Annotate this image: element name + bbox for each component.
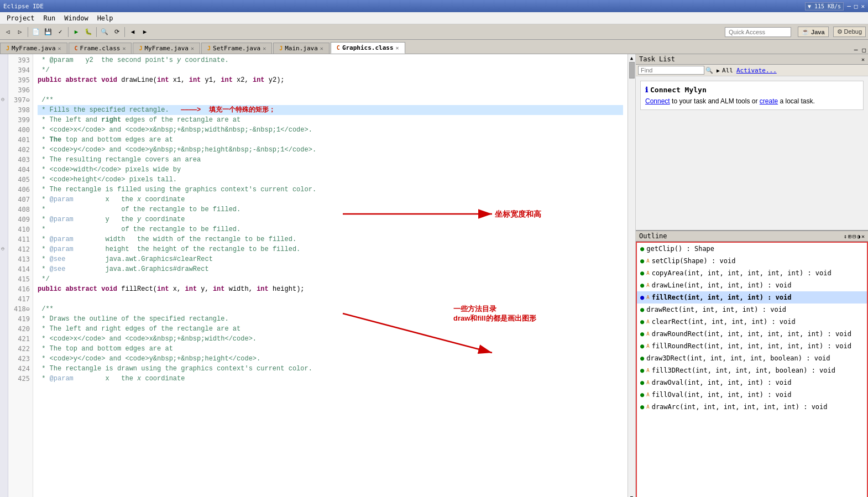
toolbar-ref-icon[interactable]: ⟳	[111, 27, 122, 38]
tab-icon: J	[207, 45, 211, 51]
tab-frame[interactable]: C Frame.class ✕	[69, 43, 132, 54]
line-num: 400	[8, 125, 30, 135]
tab-label: Frame.class	[80, 45, 121, 52]
code-line-399: * The left and right edges of the rectan…	[38, 115, 623, 125]
outline-item-getclip[interactable]: ● getClip() : Shape	[637, 243, 867, 255]
toolbar-new-icon[interactable]: 📄	[30, 27, 41, 38]
code-line-408: * of the rectangle to be filled.	[38, 205, 623, 215]
tab-myframe1[interactable]: J MyFrame.java ✕	[0, 43, 67, 54]
line-num: 411	[8, 234, 30, 244]
outline-item-draw3drect[interactable]: ● draw3DRect(int, int, int, int, boolean…	[637, 352, 867, 364]
outline-dot-icon: ●	[640, 244, 644, 254]
code-line-410: * of the rectangle to be filled.	[38, 224, 623, 234]
outline-item-drawline[interactable]: ● A drawLine(int, int, int, int) : void	[637, 279, 867, 291]
outline-abstract-marker: A	[646, 292, 649, 302]
tab-close-icon[interactable]: ✕	[191, 45, 194, 51]
maximize-editor-icon[interactable]: □	[860, 46, 868, 54]
outline-item-label: draw3DRect(int, int, int, int, boolean) …	[646, 353, 830, 363]
minimize-btn[interactable]: ─	[847, 3, 851, 10]
scroll-thumb[interactable]	[629, 62, 635, 79]
tab-main[interactable]: J Main.java ✕	[273, 43, 330, 54]
line-num: 419	[8, 314, 30, 324]
connect-link[interactable]: Connect	[645, 97, 670, 105]
menu-help[interactable]: Help	[93, 13, 118, 23]
tab-close-icon[interactable]: ✕	[320, 45, 323, 51]
outline-item-label: drawRoundRect(int, int, int, int, int, i…	[652, 329, 851, 339]
close-btn[interactable]: ✕	[861, 3, 865, 10]
task-list-title: Task List	[639, 55, 675, 63]
menu-run[interactable]: Run	[39, 13, 60, 23]
outline-item-fillrect[interactable]: ● A fillRect(int, int, int, int) : void	[637, 291, 867, 304]
outline-item-label: drawLine(int, int, int, int) : void	[652, 280, 792, 290]
toolbar-back-icon[interactable]: ◁	[2, 27, 13, 38]
tab-close-icon[interactable]: ✕	[58, 45, 61, 51]
outline-item-setclip[interactable]: ● A setClip(Shape) : void	[637, 255, 867, 267]
line-num: 418⊖	[8, 304, 30, 314]
outline-content[interactable]: ● getClip() : Shape ● A setClip(Shape) :…	[636, 242, 868, 497]
toolbar-next-icon[interactable]: ▶	[139, 27, 150, 38]
editor-vertical-scrollbar[interactable]: ▲ ▼	[628, 54, 635, 497]
bandwidth-indicator: ▼ 115 KB/s	[805, 2, 844, 11]
outline-item-fill3drect[interactable]: ● A fill3DRect(int, int, int, int, boole…	[637, 364, 867, 376]
toolbar-save-icon[interactable]: 💾	[43, 27, 54, 38]
scroll-down-icon[interactable]: ▼	[630, 495, 633, 497]
line-num: 423	[8, 354, 30, 364]
task-activate-label[interactable]: Activate...	[736, 67, 777, 74]
outline-toolbar-icon1[interactable]: ↕	[844, 233, 847, 239]
outline-dot-icon: ●	[640, 256, 644, 266]
outline-item-copyarea[interactable]: ● A copyArea(int, int, int, int, int, in…	[637, 267, 867, 279]
titlebar: Eclipse IDE ▼ 115 KB/s ─ □ ✕	[0, 0, 868, 12]
scroll-up-icon[interactable]: ▲	[630, 55, 633, 61]
tab-setframe[interactable]: J SetFrame.java ✕	[201, 43, 272, 54]
task-list-close-icon[interactable]: ✕	[861, 56, 865, 62]
toolbar-forward-icon[interactable]: ▷	[14, 27, 25, 38]
tab-label: MyFrame.java	[145, 45, 189, 52]
toolbar-debug-icon[interactable]: 🐛	[83, 27, 94, 38]
code-line-425: * @param x the x coordinate	[38, 374, 623, 384]
outline-close-icon[interactable]: ✕	[861, 233, 865, 239]
code-line-404: * <code>width</code> pixels wide by	[38, 165, 623, 175]
debug-perspective-btn[interactable]: ⚙ Debug	[833, 27, 866, 37]
code-text-area[interactable]: * @param y2 the second point's y coordin…	[33, 54, 628, 497]
code-line-414: * @see java.awt.Graphics#drawRect	[38, 264, 623, 274]
tab-close-icon[interactable]: ✕	[263, 45, 266, 51]
outline-toolbar-icon3[interactable]: ⊟	[853, 233, 856, 239]
tab-myframe2[interactable]: J MyFrame.java ✕	[133, 43, 200, 54]
quick-access-input[interactable]	[729, 29, 787, 35]
toolbar-run-icon[interactable]: ▶	[71, 27, 82, 38]
tab-close-icon[interactable]: ✕	[122, 45, 126, 51]
menu-window[interactable]: Window	[60, 13, 92, 23]
maximize-btn[interactable]: □	[854, 3, 858, 10]
outline-dot-icon: ●	[640, 365, 644, 375]
toolbar-search-icon[interactable]: 🔍	[99, 27, 110, 38]
task-search-icon[interactable]: 🔍	[705, 67, 713, 74]
outline-item-drawoval[interactable]: ● A drawOval(int, int, int, int) : void	[637, 376, 867, 389]
create-link[interactable]: create	[760, 97, 778, 105]
outline-item-drawarc[interactable]: ● A drawArc(int, int, int, int, int, int…	[637, 401, 867, 413]
toolbar-check-icon[interactable]: ✓	[55, 27, 66, 38]
line-num: 399	[8, 115, 30, 125]
outline-item-drawrect[interactable]: ● drawRect(int, int, int, int) : void	[637, 304, 867, 316]
toolbar-prev-icon[interactable]: ◀	[127, 27, 138, 38]
code-line-409: * @param y the y coordinate	[38, 215, 623, 224]
outline-item-label: fill3DRect(int, int, int, int, boolean) …	[652, 365, 835, 375]
task-find-input[interactable]	[638, 66, 704, 75]
task-toolbar-icon1[interactable]: ▶	[717, 67, 720, 74]
outline-toolbar-icon4[interactable]: ◑	[857, 233, 860, 239]
outline-item-filloval[interactable]: ● A fillOval(int, int, int, int) : void	[637, 389, 867, 401]
menu-project[interactable]: Project	[2, 13, 39, 23]
outline-item-fillroundrect[interactable]: ● A fillRoundRect(int, int, int, int, in…	[637, 340, 867, 352]
code-line-405: * <code>height</code> pixels tall.	[38, 175, 623, 185]
outline-dot-icon: ●	[640, 378, 644, 388]
java-perspective-btn[interactable]: ☕ Java	[798, 27, 828, 37]
tab-graphics-class[interactable]: C Graphics.class ✕	[331, 42, 405, 54]
outline-item-clearrect[interactable]: ● A clearRect(int, int, int, int) : void	[637, 316, 867, 328]
tab-close-icon[interactable]: ✕	[396, 45, 399, 51]
outline-item-drawroundrect[interactable]: ● A drawRoundRect(int, int, int, int, in…	[637, 328, 867, 340]
minimize-editor-icon[interactable]: ─	[852, 46, 860, 54]
fold-marker-397[interactable]: ⊖	[0, 94, 6, 104]
fold-marker-418[interactable]: ⊖	[0, 243, 6, 253]
line-num: 410	[8, 224, 30, 234]
outline-toolbar-icon2[interactable]: ⊞	[848, 233, 851, 239]
quick-access-search[interactable]	[725, 27, 791, 37]
